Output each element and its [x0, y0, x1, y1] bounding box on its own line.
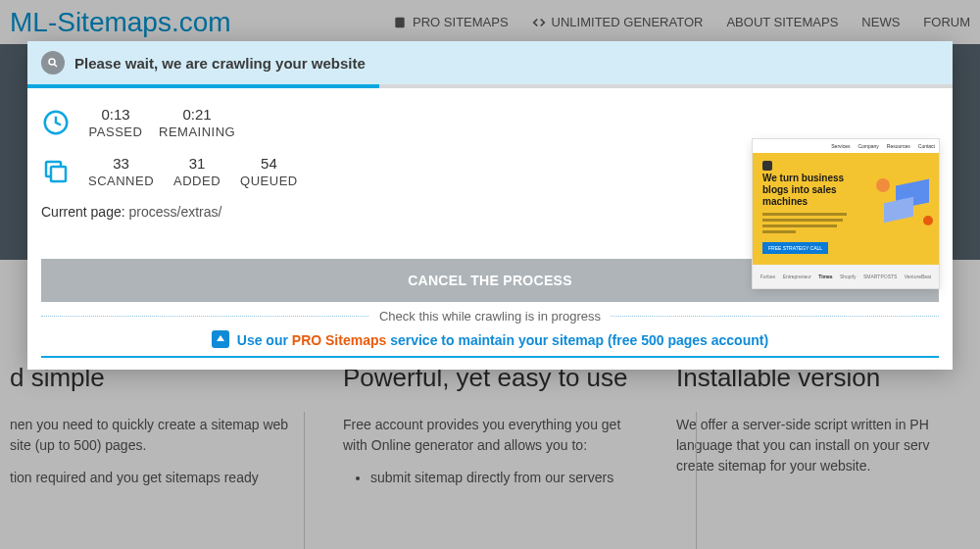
search-icon [41, 51, 65, 75]
scanned-count: 33 SCANNED [88, 155, 154, 188]
clock-icon [41, 108, 71, 137]
current-page-label: Current page: [41, 204, 125, 220]
copy-icon [41, 157, 71, 186]
modal-title: Please wait, we are crawling your websit… [74, 55, 366, 72]
added-count: 31 ADDED [170, 155, 224, 188]
time-stats-row: 0:13 PASSED 0:21 REMAINING [41, 106, 939, 139]
queued-count: 54 QUEUED [240, 155, 298, 188]
upload-icon [212, 330, 229, 348]
preview-logo-strip: Forbes Entrepreneur Times Shopify SMARTP… [753, 265, 939, 288]
time-remaining: 0:21 REMAINING [159, 106, 235, 139]
modal-header: Please wait, we are crawling your websit… [27, 41, 953, 84]
crawling-modal: Please wait, we are crawling your websit… [27, 41, 953, 370]
time-passed: 0:13 PASSED [88, 106, 143, 139]
divider-label: Check this while crawling is in progress [369, 309, 611, 324]
preview-headline: We turn business blogs into sales machin… [762, 173, 860, 208]
promo-section: Check this while crawling is in progress… [41, 316, 939, 358]
preview-nav: Services Company Resources Contact [753, 139, 939, 153]
pro-promo-link[interactable]: Use our PRO Sitemaps service to maintain… [41, 330, 939, 348]
svg-line-2 [54, 64, 57, 67]
preview-cta-button: FREE STRATEGY CALL [762, 242, 828, 254]
preview-logo-icon [762, 161, 772, 171]
site-preview-thumbnail: Services Company Resources Contact We tu… [753, 139, 939, 288]
svg-rect-4 [51, 167, 66, 181]
current-page-path: process/extras/ [129, 204, 222, 220]
